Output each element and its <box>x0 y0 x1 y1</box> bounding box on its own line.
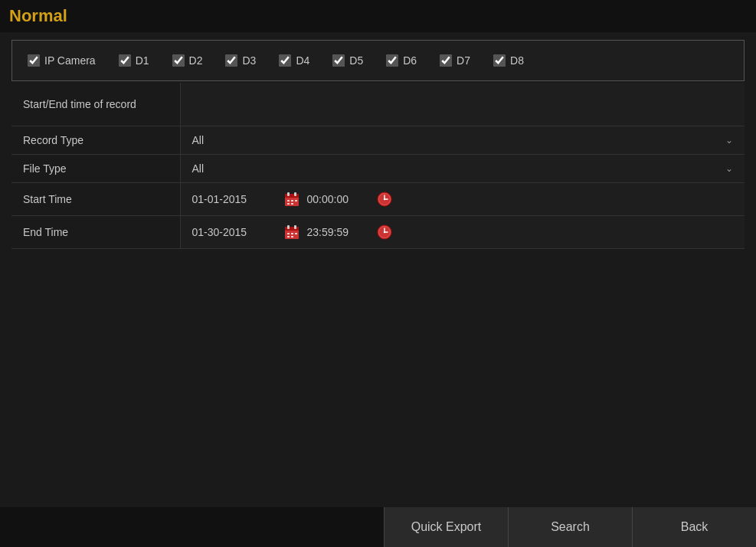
quick-export-button[interactable]: Quick Export <box>384 507 508 547</box>
d5-label: D5 <box>349 54 363 67</box>
camera-section: IP Camera D1 D2 D3 D4 D5 D6 D7 <box>11 40 745 81</box>
svg-rect-3 <box>294 192 296 196</box>
file-type-row: File Type All ⌄ <box>11 155 745 183</box>
svg-rect-20 <box>295 233 297 234</box>
back-button[interactable]: Back <box>632 507 756 547</box>
d1-label: D1 <box>136 54 149 67</box>
bottom-bar: Quick Export Search Back <box>0 507 756 547</box>
end-time-value: 23:59:59 <box>307 226 368 238</box>
search-button[interactable]: Search <box>508 507 632 547</box>
svg-rect-8 <box>291 203 293 205</box>
d2-checkbox-item[interactable]: D2 <box>172 54 203 67</box>
start-end-label: Start/End time of record <box>23 98 136 110</box>
svg-rect-5 <box>291 200 293 201</box>
start-date-value: 01-01-2015 <box>192 193 277 205</box>
d8-label: D8 <box>510 54 524 67</box>
ip-camera-checkbox-item[interactable]: IP Camera <box>28 54 96 67</box>
svg-rect-17 <box>294 225 296 229</box>
record-type-dropdown[interactable]: All ⌄ <box>192 134 734 146</box>
d2-checkbox[interactable] <box>172 54 185 67</box>
end-datetime-row: 01-30-2015 23:59:59 <box>192 224 734 241</box>
record-type-value: All <box>192 134 205 146</box>
d3-checkbox[interactable] <box>225 54 237 67</box>
d6-label: D6 <box>403 54 417 67</box>
start-clock-icon[interactable] <box>376 191 393 208</box>
d7-checkbox[interactable] <box>440 54 452 67</box>
d4-checkbox[interactable] <box>279 54 291 67</box>
page-title: Normal <box>0 0 756 32</box>
record-type-label: Record Type <box>23 134 83 146</box>
svg-rect-16 <box>287 225 290 229</box>
svg-point-27 <box>383 231 385 233</box>
start-time-row: Start Time 01-01-2015 00: <box>11 183 745 216</box>
svg-rect-18 <box>287 233 290 234</box>
ip-camera-checkbox[interactable] <box>28 54 40 67</box>
d1-checkbox-item[interactable]: D1 <box>119 54 149 67</box>
d4-label: D4 <box>296 54 309 67</box>
d1-checkbox[interactable] <box>119 54 131 67</box>
d6-checkbox[interactable] <box>386 54 398 67</box>
svg-point-13 <box>383 198 385 200</box>
svg-rect-7 <box>287 203 290 205</box>
start-datetime-row: 01-01-2015 00:00:00 <box>192 191 734 208</box>
end-calendar-icon[interactable] <box>284 224 299 240</box>
end-date-value: 01-30-2015 <box>192 226 277 238</box>
svg-rect-19 <box>291 233 293 234</box>
d4-checkbox-item[interactable]: D4 <box>279 54 309 67</box>
d3-label: D3 <box>242 54 256 67</box>
start-calendar-icon[interactable] <box>284 192 299 207</box>
svg-rect-1 <box>285 194 299 198</box>
d8-checkbox-item[interactable]: D8 <box>493 54 524 67</box>
start-end-row: Start/End time of record <box>11 83 745 126</box>
file-type-value: All <box>192 162 205 175</box>
ip-camera-label: IP Camera <box>44 54 96 67</box>
end-time-label: End Time <box>23 226 68 238</box>
svg-rect-21 <box>287 236 290 237</box>
search-form: Start/End time of record Record Type All… <box>11 83 745 249</box>
start-time-value: 00:00:00 <box>307 193 368 205</box>
d5-checkbox-item[interactable]: D5 <box>332 54 363 67</box>
d2-label: D2 <box>189 54 203 67</box>
end-clock-icon[interactable] <box>376 224 393 241</box>
file-type-label: File Type <box>23 162 67 175</box>
d5-checkbox[interactable] <box>332 54 345 67</box>
d7-checkbox-item[interactable]: D7 <box>440 54 470 67</box>
d7-label: D7 <box>457 54 470 67</box>
record-type-arrow-icon: ⌄ <box>725 135 733 146</box>
svg-rect-15 <box>285 227 299 231</box>
start-time-label: Start Time <box>23 193 72 205</box>
d6-checkbox-item[interactable]: D6 <box>386 54 417 67</box>
file-type-dropdown[interactable]: All ⌄ <box>192 162 734 175</box>
file-type-arrow-icon: ⌄ <box>725 163 733 174</box>
svg-rect-4 <box>287 200 290 201</box>
svg-rect-6 <box>295 200 297 201</box>
end-time-row: End Time 01-30-2015 23:59 <box>11 216 745 249</box>
svg-rect-22 <box>291 236 293 237</box>
d8-checkbox[interactable] <box>493 54 506 67</box>
d3-checkbox-item[interactable]: D3 <box>225 54 256 67</box>
svg-rect-2 <box>287 192 290 196</box>
record-type-row: Record Type All ⌄ <box>11 126 745 155</box>
